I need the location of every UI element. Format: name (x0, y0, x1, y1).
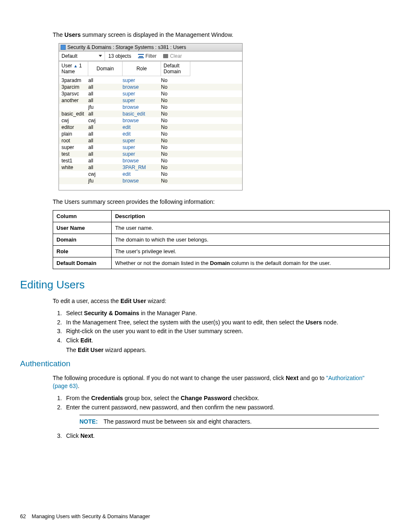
table-row[interactable]: editoralleditNo (59, 124, 242, 131)
table-row[interactable]: jfubrowseNo (59, 177, 242, 184)
table-row: RoleThe user's privilege level. (53, 245, 390, 257)
table-row: Default DomainWhether or not the domain … (53, 257, 390, 269)
note-label: NOTE: (79, 418, 104, 425)
table-row[interactable]: rootallsuperNo (59, 137, 242, 144)
col-user[interactable]: User ▲ 1Name (59, 62, 88, 76)
list-item: From the Credentials group box, select t… (64, 394, 379, 402)
window-title: Security & Domains : Storage Systems : s… (67, 44, 186, 50)
list-item: Select Security & Domains in the Manager… (64, 309, 379, 317)
note-text: The password must be between six and eig… (104, 418, 252, 425)
th-desc: Description (112, 210, 390, 222)
table-row[interactable]: testallsuperNo (59, 151, 242, 157)
toolbar: Default 13 objects Filter Clear (59, 51, 242, 61)
table-row[interactable]: 3parsvcallsuperNo (59, 90, 242, 97)
filter-button[interactable]: Filter (135, 53, 160, 59)
filter-icon (138, 54, 144, 58)
intro-paragraph: The Users The Users summary screen is di… (53, 31, 379, 39)
col-domain[interactable]: Domain (88, 62, 123, 76)
table-row[interactable]: anotherallsuperNo (59, 97, 242, 104)
table-body: 3paradmallsuperNo3parcimallbrowseNo3pars… (59, 76, 242, 190)
heading-editing-users: Editing Users (20, 278, 379, 291)
app-icon (61, 45, 66, 50)
list-item: Enter the current password, new password… (64, 403, 379, 429)
table-row[interactable]: test1allbrowseNo (59, 157, 242, 164)
th-column: Column (53, 210, 112, 222)
table-row[interactable]: superallsuperNo (59, 144, 242, 151)
summary-paragraph: The Users summary screen provides the fo… (53, 198, 379, 206)
eraser-icon (163, 54, 168, 58)
column-description-table: ColumnDescription User NameThe user name… (53, 210, 390, 269)
list-item: Click Edit. The Edit User wizard appears… (64, 337, 379, 354)
table-row: DomainThe domain to which the user belon… (53, 234, 390, 245)
table-row[interactable]: whiteall3PAR_RMNo (59, 164, 242, 171)
edit-steps: Select Security & Domains in the Manager… (64, 309, 379, 354)
clear-button[interactable]: Clear (160, 53, 185, 59)
table-row[interactable]: 3paradmallsuperNo (59, 77, 242, 84)
col-default[interactable]: DefaultDomain (161, 62, 190, 76)
table-row[interactable]: basic_editallbasic_editNo (59, 111, 242, 117)
chevron-down-icon (99, 55, 102, 57)
table-row[interactable]: 3parcimallbrowseNo (59, 84, 242, 90)
table-row[interactable]: jfubrowseNo (59, 104, 242, 111)
edit-intro: To edit a user, access the Edit User wiz… (53, 297, 379, 305)
users-window: Security & Domains : Storage Systems : s… (59, 43, 243, 190)
list-item: Click Next. (64, 432, 379, 440)
combo-value: Default (61, 53, 77, 59)
list-item: Right-click on the user you want to edit… (64, 327, 379, 335)
auth-intro: The following procedure is optional. If … (53, 374, 379, 390)
auth-steps: From the Credentials group box, select t… (64, 394, 379, 440)
domain-combo[interactable]: Default (59, 51, 105, 61)
col-role[interactable]: Role (123, 62, 161, 76)
object-count: 13 objects (105, 53, 135, 59)
window-title-bar: Security & Domains : Storage Systems : s… (59, 44, 242, 51)
page-footer: 62 Managing Users with Security & Domain… (20, 514, 150, 519)
table-row[interactable]: plainalleditNo (59, 131, 242, 137)
table-row: User NameThe user name. (53, 222, 390, 234)
table-row[interactable]: cwjcwjbrowseNo (59, 117, 242, 124)
list-item: In the Management Tree, select the syste… (64, 319, 379, 326)
table-header-row: User ▲ 1Name Domain Role DefaultDomain (59, 61, 242, 76)
table-row[interactable]: cwjeditNo (59, 171, 242, 177)
heading-authentication: Authentication (20, 359, 379, 368)
note-block: NOTE:The password must be between six an… (79, 415, 379, 429)
